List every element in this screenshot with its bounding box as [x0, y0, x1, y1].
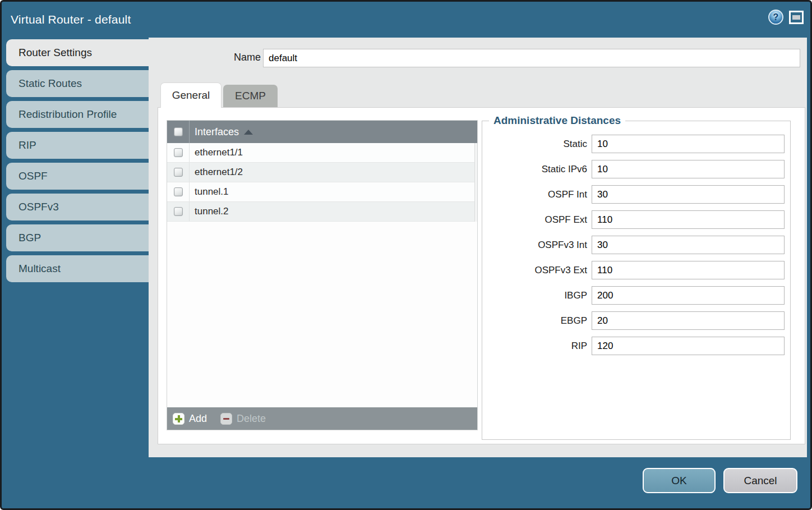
sidebar-item-label: Redistribution Profile: [19, 108, 117, 121]
static-label: Static: [563, 139, 587, 150]
tab-ecmp[interactable]: ECMP: [223, 85, 278, 107]
interfaces-rows: ethernet1/1 ethernet1/2 tunnel.1 tunnel.…: [167, 143, 477, 407]
delete-button[interactable]: Delete: [220, 413, 266, 425]
admin-distance-row: RIP: [482, 337, 785, 355]
sidebar-item-label: Multicast: [19, 263, 61, 275]
minimize-icon-bar: [792, 15, 800, 20]
ebgp-label: EBGP: [561, 315, 587, 327]
ospf-ext-input[interactable]: [592, 210, 785, 229]
sidebar-item-label: OSPF: [19, 170, 48, 182]
row-checkbox[interactable]: [174, 207, 183, 216]
table-scrollbar[interactable]: [474, 143, 477, 222]
row-checkbox[interactable]: [174, 148, 183, 157]
interface-name: ethernet1/2: [195, 167, 243, 178]
cancel-button-label: Cancel: [744, 475, 777, 487]
sidebar-item-ospf[interactable]: OSPF: [6, 163, 149, 190]
interface-name: tunnel.2: [195, 206, 229, 217]
interface-row[interactable]: ethernet1/2: [167, 163, 477, 182]
sidebar-item-label: OSPFv3: [19, 201, 59, 213]
row-checkbox-cell: [167, 163, 190, 182]
general-tab-panel: Interfaces ethernet1/1 ethernet1/2 tunne: [158, 107, 805, 444]
interface-row[interactable]: tunnel.2: [167, 202, 477, 222]
ibgp-input[interactable]: [592, 286, 785, 305]
interfaces-column-header: Interfaces: [195, 126, 239, 138]
ospfv3-ext-label: OSPFv3 Ext: [534, 265, 587, 276]
sidebar-item-multicast[interactable]: Multicast: [6, 255, 149, 282]
titlebar: Virtual Router - default: [2, 2, 810, 38]
rip-label: RIP: [571, 341, 587, 352]
admin-distance-row: OSPF Int: [482, 185, 785, 204]
ospf-ext-label: OSPF Ext: [545, 214, 587, 226]
ibgp-label: IBGP: [564, 290, 587, 301]
ospf-int-label: OSPF Int: [548, 189, 587, 200]
admin-distance-row: EBGP: [482, 311, 785, 330]
row-checkbox[interactable]: [174, 187, 183, 196]
ok-button[interactable]: OK: [643, 468, 716, 493]
interface-name: tunnel.1: [195, 186, 229, 197]
static-ipv6-input[interactable]: [592, 160, 785, 178]
sidebar-item-label: Static Routes: [19, 77, 82, 90]
ospfv3-ext-input[interactable]: [592, 261, 785, 279]
admin-distance-row: Static: [482, 135, 785, 153]
row-checkbox-cell: [167, 143, 190, 162]
tab-label: ECMP: [235, 90, 266, 102]
admin-distance-row: OSPF Ext: [482, 210, 785, 229]
interfaces-toolbar: Add Delete: [167, 407, 477, 430]
interface-name: ethernet1/1: [195, 147, 243, 158]
admin-distance-row: OSPFv3 Ext: [482, 261, 785, 279]
select-all-checkbox[interactable]: [174, 127, 183, 136]
sidebar-item-bgp[interactable]: BGP: [6, 224, 149, 251]
sidebar-item-ospfv3[interactable]: OSPFv3: [6, 194, 149, 220]
sidebar-item-label: Router Settings: [19, 47, 92, 59]
administrative-distances-legend: Administrative Distances: [489, 114, 625, 127]
add-plus-icon: [173, 413, 184, 425]
ok-button-label: OK: [671, 475, 686, 487]
name-input[interactable]: [263, 49, 800, 67]
admin-distance-row: IBGP: [482, 286, 785, 305]
sidebar-item-router-settings[interactable]: Router Settings: [6, 39, 149, 66]
cancel-button[interactable]: Cancel: [723, 468, 797, 493]
sidebar-item-label: RIP: [19, 139, 36, 151]
tab-general[interactable]: General: [160, 82, 222, 108]
header-checkbox-cell: [167, 121, 190, 143]
interfaces-table-header: Interfaces: [167, 121, 477, 143]
content-panel: Name General ECMP Interfaces ethernet1: [149, 38, 807, 457]
static-ipv6-label: Static IPv6: [542, 164, 587, 175]
admin-distance-row: Static IPv6: [482, 160, 785, 178]
add-button-label: Add: [189, 413, 207, 425]
sort-ascending-icon[interactable]: [244, 130, 253, 135]
delete-minus-icon: [220, 413, 232, 425]
virtual-router-dialog: Virtual Router - default ? Router Settin…: [0, 0, 812, 510]
sidebar-item-redistribution-profile[interactable]: Redistribution Profile: [6, 101, 149, 128]
dialog-title: Virtual Router - default: [11, 13, 131, 26]
row-checkbox-cell: [167, 182, 190, 201]
administrative-distances-group: Administrative Distances Static Static I…: [482, 114, 791, 440]
ospfv3-int-input[interactable]: [592, 236, 785, 254]
help-icon[interactable]: ?: [768, 10, 783, 25]
rip-input[interactable]: [592, 337, 785, 355]
row-checkbox-cell: [167, 202, 190, 221]
sidebar-item-label: BGP: [19, 232, 41, 244]
interfaces-table: Interfaces ethernet1/1 ethernet1/2 tunne: [167, 120, 478, 430]
interface-row[interactable]: tunnel.1: [167, 182, 477, 202]
titlebar-icons: ?: [768, 10, 804, 25]
ebgp-input[interactable]: [592, 311, 785, 330]
admin-distance-row: OSPFv3 Int: [482, 236, 785, 254]
sidebar-item-rip[interactable]: RIP: [6, 132, 149, 159]
ospfv3-int-label: OSPFv3 Int: [538, 240, 587, 251]
row-checkbox[interactable]: [174, 168, 183, 177]
interface-row[interactable]: ethernet1/1: [167, 143, 477, 163]
static-input[interactable]: [592, 135, 785, 153]
ospf-int-input[interactable]: [592, 185, 785, 204]
delete-button-label: Delete: [237, 413, 266, 425]
minimize-icon[interactable]: [789, 11, 804, 24]
add-button[interactable]: Add: [173, 413, 207, 425]
sidebar-item-static-routes[interactable]: Static Routes: [6, 70, 149, 97]
sidebar: Router Settings Static Routes Redistribu…: [6, 39, 149, 286]
tab-label: General: [172, 89, 210, 102]
name-label: Name: [216, 52, 261, 63]
name-row: Name: [149, 49, 800, 67]
